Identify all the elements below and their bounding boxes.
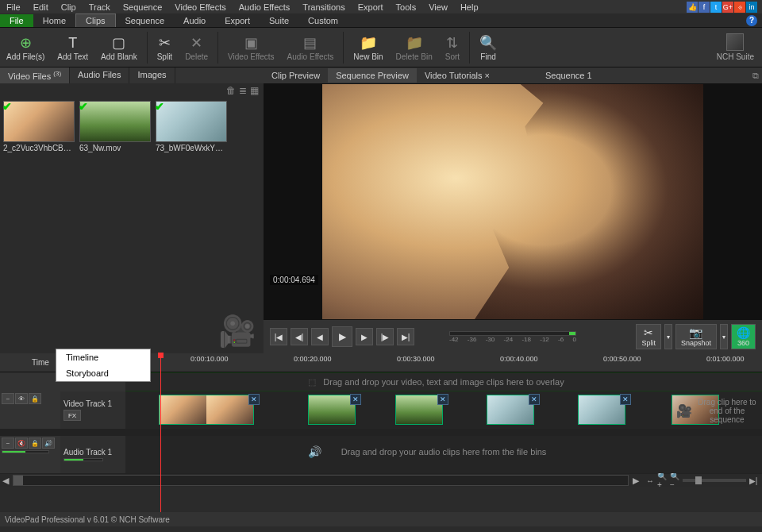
track-collapse-button[interactable]: − bbox=[2, 393, 14, 404]
menu-export[interactable]: Export bbox=[352, 2, 390, 13]
ribbon-custom[interactable]: Custom bbox=[298, 14, 348, 27]
zoom-max-button[interactable]: ▶| bbox=[748, 475, 759, 486]
menu-storyboard-option[interactable]: Storyboard bbox=[56, 365, 150, 381]
menu-edit[interactable]: Edit bbox=[27, 2, 55, 13]
popout-icon[interactable]: ⧉ bbox=[752, 71, 759, 81]
timeline-ruler[interactable]: 0:00:10.000 0:00:20.000 0:00:30.000 0:00… bbox=[159, 353, 762, 372]
split-dropdown[interactable]: ▾ bbox=[664, 324, 672, 349]
timeline-clip[interactable]: ✕ bbox=[578, 395, 625, 425]
clip-thumb[interactable]: ✔ 73_bWF0eWxkYV8w... bbox=[156, 101, 227, 152]
overlay-track-lane[interactable]: ⬚ Drag and drop your video, text and ima… bbox=[125, 372, 762, 391]
zoom-slider[interactable] bbox=[683, 479, 746, 482]
delete-bin-button[interactable]: 📁Delete Bin bbox=[390, 29, 439, 67]
timeline-clip[interactable]: ✕ bbox=[159, 395, 254, 425]
sort-button[interactable]: ⇅Sort bbox=[439, 29, 466, 67]
track-mute-button[interactable]: 🔇 bbox=[15, 438, 28, 449]
timeline-clip[interactable]: ✕ bbox=[487, 395, 534, 425]
ribbon-export[interactable]: Export bbox=[215, 14, 260, 27]
hscroll-right-button[interactable]: ▶ bbox=[630, 476, 641, 486]
split-button[interactable]: ✂Split bbox=[151, 29, 179, 67]
bin-list-view-icon[interactable]: ≣ bbox=[239, 85, 247, 96]
goto-start-button[interactable]: |◀ bbox=[270, 328, 287, 345]
linkedin-icon[interactable]: in bbox=[746, 2, 757, 13]
bin-tab-images[interactable]: Images bbox=[129, 67, 175, 83]
bin-delete-icon[interactable]: 🗑 bbox=[226, 85, 236, 96]
ribbon-audio[interactable]: Audio bbox=[174, 14, 215, 27]
twitter-icon[interactable]: t bbox=[710, 2, 722, 13]
video-track-lane[interactable]: ✕ ✕ ✕ ✕ ✕ 🎥 Drag clip here to end of the… bbox=[125, 391, 762, 429]
facebook-icon[interactable]: f bbox=[698, 2, 710, 13]
tab-video-tutorials[interactable]: Video Tutorials × bbox=[417, 68, 498, 83]
track-volume-slider[interactable] bbox=[2, 450, 49, 453]
snapshot-dropdown[interactable]: ▾ bbox=[720, 324, 728, 349]
timeline-clip[interactable]: ✕ bbox=[395, 395, 443, 425]
add-files-button[interactable]: ⊕Add File(s) bbox=[0, 29, 51, 67]
track-pan-slider[interactable] bbox=[64, 458, 103, 461]
nch-suite-button[interactable]: NCH Suite bbox=[717, 33, 754, 61]
delete-button[interactable]: ✕Delete bbox=[179, 29, 214, 67]
menu-sequence[interactable]: Sequence bbox=[117, 2, 169, 13]
menu-track[interactable]: Track bbox=[83, 2, 117, 13]
track-collapse-button[interactable]: − bbox=[2, 438, 14, 449]
clip-thumb[interactable]: ✔ 63_Nw.mov bbox=[79, 101, 151, 152]
playhead[interactable] bbox=[160, 353, 161, 512]
ribbon-sequence[interactable]: Sequence bbox=[116, 14, 175, 27]
ribbon-clips[interactable]: Clips bbox=[75, 13, 115, 27]
zoom-out-button[interactable]: 🔍− bbox=[670, 475, 681, 486]
clip-thumb[interactable]: ✔ 2_c2Vuc3VhbCBnaXJs... bbox=[3, 101, 75, 152]
add-blank-button[interactable]: ▢Add Blank bbox=[94, 29, 144, 67]
stumble-icon[interactable]: ⟐ bbox=[734, 2, 745, 13]
video-effects-button[interactable]: ▣Video Effects bbox=[221, 29, 281, 67]
360-button[interactable]: 🌐360 bbox=[731, 324, 756, 349]
next-frame-button[interactable]: |▶ bbox=[376, 328, 394, 345]
ribbon-home[interactable]: Home bbox=[33, 14, 75, 27]
track-lock-button[interactable]: 🔒 bbox=[29, 393, 41, 404]
add-text-button[interactable]: TAdd Text bbox=[51, 29, 94, 67]
track-speaker-button[interactable]: 🔊 bbox=[42, 438, 55, 449]
prev-frame-button[interactable]: ◀| bbox=[291, 328, 308, 345]
ribbon-suite[interactable]: Suite bbox=[260, 14, 298, 27]
rewind-button[interactable]: ◀ bbox=[311, 328, 329, 345]
menu-audio-effects[interactable]: Audio Effects bbox=[233, 2, 297, 13]
split-tool-button[interactable]: ✂Split bbox=[636, 324, 661, 349]
hscroll-left-button[interactable]: ◀ bbox=[0, 476, 11, 486]
forward-button[interactable]: ▶ bbox=[356, 328, 373, 345]
new-bin-button[interactable]: 📁New Bin bbox=[347, 29, 389, 67]
tab-sequence-preview[interactable]: Sequence Preview bbox=[328, 68, 417, 83]
timeline-scrollbar[interactable] bbox=[13, 475, 629, 486]
menu-file[interactable]: File bbox=[0, 2, 27, 13]
timeline-clip[interactable]: ✕ bbox=[308, 395, 356, 425]
bin-tab-audio[interactable]: Audio Files bbox=[70, 67, 129, 83]
bin-thumb-view-icon[interactable]: ▦ bbox=[250, 85, 259, 96]
menu-view[interactable]: View bbox=[422, 2, 454, 13]
menu-clip[interactable]: Clip bbox=[55, 2, 83, 13]
play-button[interactable]: ▶ bbox=[332, 326, 352, 347]
audio-effects-button[interactable]: ▤Audio Effects bbox=[281, 29, 341, 67]
find-button[interactable]: 🔍Find bbox=[473, 29, 503, 67]
menu-video-effects[interactable]: Video Effects bbox=[168, 2, 232, 13]
bin-tab-video[interactable]: Video Files (3) bbox=[0, 67, 70, 83]
menu-transitions[interactable]: Transitions bbox=[296, 2, 351, 13]
goto-end-button[interactable]: ▶| bbox=[397, 328, 414, 345]
transition-icon[interactable]: ✕ bbox=[437, 394, 448, 405]
track-mute-video-button[interactable]: 👁 bbox=[15, 393, 28, 404]
zoom-in-button[interactable]: 🔍+ bbox=[657, 475, 668, 486]
help-icon[interactable]: ? bbox=[746, 15, 757, 26]
snapshot-button[interactable]: 📷Snapshot bbox=[675, 324, 717, 349]
tab-clip-preview[interactable]: Clip Preview bbox=[264, 68, 328, 83]
menu-timeline-option[interactable]: Timeline bbox=[56, 349, 150, 365]
transition-icon[interactable]: ✕ bbox=[248, 394, 260, 405]
transition-icon[interactable]: ✕ bbox=[529, 394, 540, 405]
ribbon-file[interactable]: File bbox=[0, 14, 33, 27]
menu-help[interactable]: Help bbox=[454, 2, 485, 13]
zoom-fit-button[interactable]: ↔ bbox=[645, 475, 656, 486]
track-solo-button[interactable]: 🔒 bbox=[29, 438, 41, 449]
menu-tools[interactable]: Tools bbox=[390, 2, 423, 13]
transition-icon[interactable]: ✕ bbox=[350, 394, 361, 405]
google-plus-icon[interactable]: G+ bbox=[722, 2, 733, 13]
transition-icon[interactable]: ✕ bbox=[620, 394, 631, 405]
video-fx-button[interactable]: FX bbox=[64, 410, 81, 421]
preview-panel: Clip Preview Sequence Preview Video Tuto… bbox=[264, 67, 762, 353]
audio-track-lane[interactable]: 🔊 Drag and drop your audio clips here fr… bbox=[125, 436, 762, 473]
like-icon[interactable]: 👍 bbox=[687, 2, 698, 13]
